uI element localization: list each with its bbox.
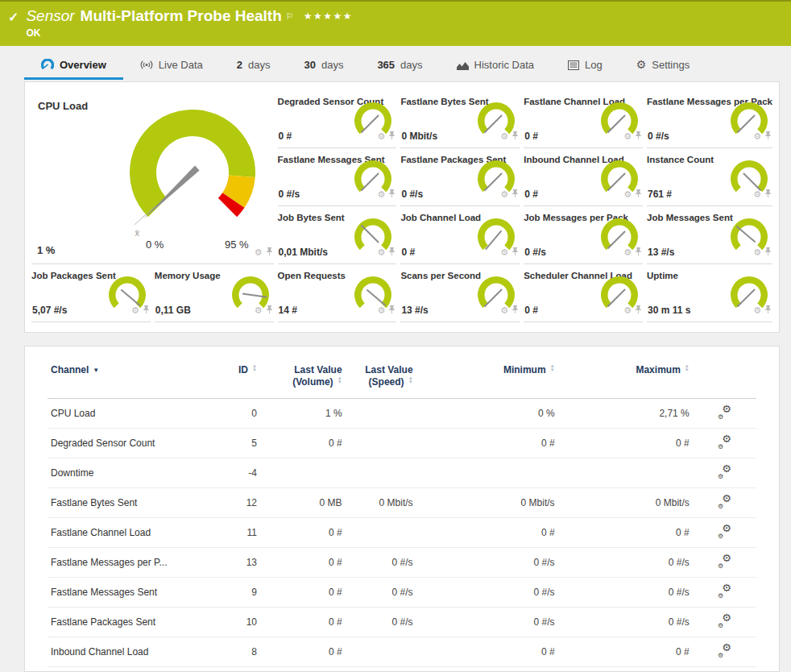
table-row-instance-count[interactable]: Instance Count 6 761 # 103 # 761 # ⚙⚙ xyxy=(48,667,756,672)
gear-icon[interactable]: ⚙ xyxy=(500,306,508,315)
tab-live-data[interactable]: Live Data xyxy=(123,59,220,80)
channel-settings-icon[interactable]: ⚙⚙ xyxy=(718,466,731,478)
pin-icon[interactable] xyxy=(764,245,772,259)
tab-2-days[interactable]: 2days xyxy=(220,59,288,80)
pin-icon[interactable] xyxy=(635,303,642,317)
pin-icon[interactable] xyxy=(764,129,772,143)
pin-icon[interactable] xyxy=(388,129,396,143)
channel-name[interactable]: Fastlane Messages per P... xyxy=(48,548,210,578)
gear-icon[interactable]: ⚙ xyxy=(378,132,386,141)
tab-historic-data[interactable]: Historic Data xyxy=(440,59,551,80)
tab-log[interactable]: Log xyxy=(551,59,619,80)
tab-overview[interactable]: Overview xyxy=(24,59,123,80)
pin-icon[interactable] xyxy=(764,303,772,317)
pin-icon[interactable] xyxy=(635,187,642,201)
gear-icon[interactable]: ⚙ xyxy=(378,306,386,315)
column-header-last-value-speed[interactable]: Last Value(Speed)▲▼ xyxy=(346,359,416,399)
gauge-tile-fastlane-channel-load[interactable]: Fastlane Channel Load 0 # ⚙ xyxy=(524,90,643,148)
channel-settings-icon[interactable]: ⚙⚙ xyxy=(718,555,731,567)
pin-icon[interactable] xyxy=(511,129,519,143)
gauge-tile-job-messages-per-pack[interactable]: Job Messages per Pack 0 #/s ⚙ xyxy=(524,206,643,264)
gear-icon[interactable]: ⚙ xyxy=(255,306,263,315)
channel-settings-icon[interactable]: ⚙⚙ xyxy=(718,585,731,597)
gauge-tile-cpu-load[interactable]: CPU Load x̄ 0 % 95 % 1 % ⚙ xyxy=(31,90,274,264)
gauge-tile-job-messages-sent[interactable]: Job Messages Sent 13 #/s ⚙ xyxy=(647,206,772,264)
pin-icon[interactable] xyxy=(511,303,519,317)
gauge-tile-fastlane-bytes-sent[interactable]: Fastlane Bytes Sent 0 Mbit/s ⚙ xyxy=(400,90,520,148)
channel-settings-icon[interactable]: ⚙⚙ xyxy=(718,525,731,537)
gauge-tile-scans-per-second[interactable]: Scans per Second 13 #/s ⚙ xyxy=(400,264,520,322)
gauge-tile-fastlane-packages-sent[interactable]: Fastlane Packages Sent 0 #/s ⚙ xyxy=(400,148,520,206)
channel-settings-icon[interactable]: ⚙⚙ xyxy=(718,496,731,508)
column-header-last-value-volume[interactable]: Last Value(Volume)▲▼ xyxy=(260,359,346,399)
gear-icon[interactable]: ⚙ xyxy=(378,190,386,199)
pin-icon[interactable] xyxy=(764,187,772,201)
pin-icon[interactable] xyxy=(635,129,642,143)
channel-name[interactable]: Fastlane Messages Sent xyxy=(48,578,210,608)
channel-name[interactable]: Fastlane Packages Sent xyxy=(48,608,210,637)
gauge-tile-job-channel-load[interactable]: Job Channel Load 0 # ⚙ xyxy=(400,206,520,264)
table-row-fastlane-channel-load[interactable]: Fastlane Channel Load 11 0 # 0 # 0 # ⚙⚙ xyxy=(48,518,756,548)
channel-name[interactable]: Inbound Channel Load xyxy=(48,637,210,667)
column-header-maximum[interactable]: Maximum▲▼ xyxy=(558,359,693,399)
pin-icon[interactable] xyxy=(143,303,150,317)
gear-icon[interactable]: ⚙ xyxy=(378,248,386,257)
gear-icon[interactable]: ⚙ xyxy=(753,190,761,199)
table-row-fastlane-messages-sent[interactable]: Fastlane Messages Sent 9 0 # 0 #/s 0 #/s… xyxy=(48,578,756,608)
gear-icon[interactable]: ⚙ xyxy=(753,306,761,315)
gauge-tile-fastlane-messages-sent[interactable]: Fastlane Messages Sent 0 #/s ⚙ xyxy=(278,148,397,206)
table-row-fastlane-bytes-sent[interactable]: Fastlane Bytes Sent 12 0 MB 0 Mbit/s 0 M… xyxy=(48,488,756,518)
gear-icon[interactable]: ⚙ xyxy=(753,248,761,257)
gauge-tile-instance-count[interactable]: Instance Count 761 # ⚙ xyxy=(647,148,772,206)
gear-icon[interactable]: ⚙ xyxy=(623,306,632,315)
channel-name[interactable]: Degraded Sensor Count xyxy=(48,429,210,458)
tab-settings[interactable]: ⚙Settings xyxy=(619,59,707,80)
channel-name[interactable]: Downtime xyxy=(48,458,210,488)
column-header-channel[interactable]: Channel▼ xyxy=(48,359,210,399)
gear-icon[interactable]: ⚙ xyxy=(623,132,632,141)
channel-name[interactable]: Instance Count xyxy=(48,667,210,672)
pin-icon[interactable] xyxy=(388,187,396,201)
gear-icon[interactable]: ⚙ xyxy=(500,248,508,257)
gear-icon[interactable]: ⚙ xyxy=(255,248,263,257)
table-row-inbound-channel-load[interactable]: Inbound Channel Load 8 0 # 0 # 0 # ⚙⚙ xyxy=(48,637,756,667)
gauge-tile-fastlane-messages-per-pack[interactable]: Fastlane Messages per Pack 0 #/s ⚙ xyxy=(647,90,772,148)
flag-icon[interactable]: ⚐ xyxy=(286,11,294,21)
gauge-tile-open-requests[interactable]: Open Requests 14 # ⚙ xyxy=(278,264,397,322)
gear-icon[interactable]: ⚙ xyxy=(500,190,508,199)
channel-settings-icon[interactable]: ⚙⚙ xyxy=(718,436,731,448)
gauge-tile-scheduler-channel-load[interactable]: Scheduler Channel Load 0 # ⚙ xyxy=(524,264,643,322)
gear-icon[interactable]: ⚙ xyxy=(753,132,761,141)
column-header-id[interactable]: ID▲▼ xyxy=(210,359,260,399)
table-row-downtime[interactable]: Downtime -4 ⚙⚙ xyxy=(48,458,756,488)
pin-icon[interactable] xyxy=(388,245,396,259)
gauge-tile-memory-usage[interactable]: Memory Usage 0,11 GB ⚙ xyxy=(155,264,274,322)
pin-icon[interactable] xyxy=(266,245,273,259)
channel-name[interactable]: CPU Load xyxy=(48,399,210,429)
column-header-minimum[interactable]: Minimum▲▼ xyxy=(416,359,558,399)
table-row-fastlane-packages-sent[interactable]: Fastlane Packages Sent 10 0 # 0 #/s 0 #/… xyxy=(48,608,756,637)
gear-icon[interactable]: ⚙ xyxy=(623,190,632,199)
channel-settings-icon[interactable]: ⚙⚙ xyxy=(718,615,731,627)
channel-settings-icon[interactable]: ⚙⚙ xyxy=(718,645,731,657)
pin-icon[interactable] xyxy=(635,245,642,259)
gauge-tile-degraded-sensor-count[interactable]: Degraded Sensor Count 0 # ⚙ xyxy=(278,90,397,148)
channel-name[interactable]: Fastlane Bytes Sent xyxy=(48,488,210,518)
gear-icon[interactable]: ⚙ xyxy=(131,306,139,315)
tab-365-days[interactable]: 365days xyxy=(360,59,439,80)
tab-30-days[interactable]: 30days xyxy=(287,59,360,80)
table-row-cpu-load[interactable]: CPU Load 0 1 % 0 % 2,71 % ⚙⚙ xyxy=(48,399,756,429)
gear-icon[interactable]: ⚙ xyxy=(500,132,508,141)
gauge-tile-inbound-channel-load[interactable]: Inbound Channel Load 0 # ⚙ xyxy=(524,148,643,206)
gear-icon[interactable]: ⚙ xyxy=(623,248,632,257)
pin-icon[interactable] xyxy=(266,303,273,317)
priority-stars[interactable]: ★★★★★ xyxy=(304,10,353,22)
channel-settings-icon[interactable]: ⚙⚙ xyxy=(718,406,731,418)
gauge-tile-job-packages-sent[interactable]: Job Packages Sent 5,07 #/s ⚙ xyxy=(31,264,151,322)
gauge-tile-job-bytes-sent[interactable]: Job Bytes Sent 0,01 Mbit/s ⚙ xyxy=(278,206,397,264)
pin-icon[interactable] xyxy=(388,303,396,317)
channel-name[interactable]: Fastlane Channel Load xyxy=(48,518,210,548)
table-row-degraded-sensor-count[interactable]: Degraded Sensor Count 5 0 # 0 # 0 # ⚙⚙ xyxy=(48,429,756,458)
table-row-fastlane-messages-per-p[interactable]: Fastlane Messages per P... 13 0 # 0 #/s … xyxy=(48,548,756,578)
pin-icon[interactable] xyxy=(511,187,519,201)
